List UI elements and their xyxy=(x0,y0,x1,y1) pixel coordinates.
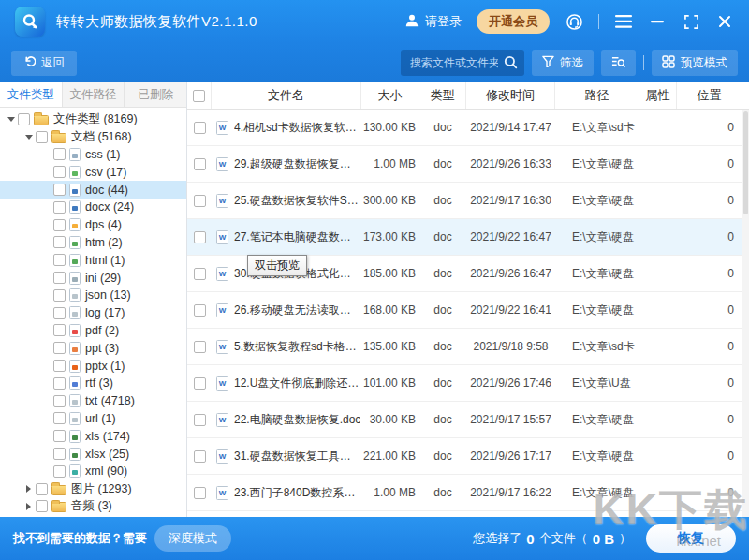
row-checkbox[interactable] xyxy=(194,195,206,207)
tree-checkbox[interactable] xyxy=(36,500,48,512)
tree-item-ini[interactable]: ini (29) xyxy=(0,269,186,287)
table-row[interactable]: W25.硬盘数据恢复软件SuperRe...300.00 KBdoc2021/9… xyxy=(187,183,749,219)
tree-item-pdf[interactable]: pdf (2) xyxy=(0,322,186,340)
sidebar-tab[interactable]: 文件类型 xyxy=(0,82,63,107)
menu-button[interactable] xyxy=(614,12,633,31)
tree-item-txt[interactable]: txt (4718) xyxy=(0,392,186,410)
back-button[interactable]: 返回 xyxy=(11,51,77,76)
table-row[interactable]: W26.移动硬盘无法读取怎么修复...168.00 KBdoc2021/9/22… xyxy=(187,292,749,329)
tree-item-url[interactable]: url (1) xyxy=(0,410,186,428)
tree-checkbox[interactable] xyxy=(53,430,66,442)
expand-arrow-icon[interactable] xyxy=(22,135,35,140)
table-row[interactable]: W31.硬盘数据恢复工具有没有什...221.00 KBdoc2021/9/26… xyxy=(187,438,749,475)
tree-checkbox[interactable] xyxy=(53,360,66,372)
tree-checkbox[interactable] xyxy=(36,131,48,143)
tree-checkbox[interactable] xyxy=(53,412,66,424)
row-checkbox[interactable] xyxy=(194,231,206,243)
preview-mode-button[interactable]: 预览模式 xyxy=(652,50,738,76)
row-checkbox[interactable] xyxy=(194,268,206,280)
select-all-checkbox[interactable] xyxy=(193,90,205,102)
filter-button[interactable]: 筛选 xyxy=(532,50,594,76)
table-row[interactable]: W4.相机sd卡数据恢复软件失易...130.00 KBdoc2021/9/14… xyxy=(187,110,749,146)
tree-checkbox[interactable] xyxy=(53,289,66,302)
row-checkbox[interactable] xyxy=(194,304,206,317)
col-header-modified[interactable]: 修改时间 xyxy=(466,82,555,109)
maximize-button[interactable] xyxy=(682,12,700,31)
table-row[interactable]: W5.数据恢复教程sd卡格式化后...135.00 KBdoc2021/9/18… xyxy=(187,329,749,365)
tree-item-rtf[interactable]: rtf (3) xyxy=(0,375,186,392)
vertical-scrollbar[interactable] xyxy=(742,110,749,517)
tree-item-json[interactable]: json (13) xyxy=(0,287,186,304)
row-checkbox[interactable] xyxy=(194,122,206,134)
expand-arrow-icon[interactable] xyxy=(22,503,35,510)
row-checkbox[interactable] xyxy=(194,377,206,390)
tree-checkbox[interactable] xyxy=(53,342,66,354)
col-header-filename[interactable]: 文件名 xyxy=(212,82,361,109)
tree-item-docx[interactable]: docx (24) xyxy=(0,199,186,216)
tree-checkbox[interactable] xyxy=(53,201,66,214)
tree-item-文档[interactable]: 文档 (5168) xyxy=(0,128,186,146)
tree-item-csv[interactable]: csv (17) xyxy=(0,163,186,181)
col-header-attr[interactable]: 属性 xyxy=(639,82,677,109)
tree-item-doc[interactable]: doc (44) xyxy=(0,181,186,199)
open-vip-button[interactable]: 开通会员 xyxy=(477,9,550,34)
minimize-button[interactable] xyxy=(648,12,667,31)
tree-checkbox[interactable] xyxy=(18,113,30,125)
tree-checkbox[interactable] xyxy=(53,184,66,196)
tree-item-pptx[interactable]: pptx (1) xyxy=(0,357,186,375)
tree-item-ppt[interactable]: ppt (3) xyxy=(0,339,186,357)
tree-checkbox[interactable] xyxy=(53,236,66,248)
tree-checkbox[interactable] xyxy=(53,395,66,407)
customer-service-button[interactable] xyxy=(565,12,583,31)
advanced-search-button[interactable] xyxy=(601,50,636,76)
tree-item-xls[interactable]: xls (174) xyxy=(0,427,186,445)
tree-checkbox[interactable] xyxy=(53,219,66,231)
tree-item-文件类型[interactable]: 文件类型 (8169) xyxy=(0,111,186,128)
expand-arrow-icon[interactable] xyxy=(5,117,17,122)
tree-checkbox[interactable] xyxy=(53,148,66,160)
tree-item-htm[interactable]: htm (2) xyxy=(0,234,186,252)
tree-checkbox[interactable] xyxy=(53,324,66,336)
table-row[interactable]: W29.超级硬盘数据恢复软件完美...1.00 MBdoc2021/9/26 1… xyxy=(187,146,749,183)
tree-checkbox[interactable] xyxy=(36,483,48,495)
tree-checkbox[interactable] xyxy=(53,377,66,390)
expand-arrow-icon[interactable] xyxy=(22,485,35,493)
tree-checkbox[interactable] xyxy=(53,307,66,319)
tree-item-音频[interactable]: 音频 (3) xyxy=(0,498,186,516)
col-header-position[interactable]: 位置 xyxy=(677,82,742,109)
tree-item-xlsx[interactable]: xlsx (25) xyxy=(0,445,186,463)
tree-item-图片[interactable]: 图片 (1293) xyxy=(0,480,186,498)
tree-item-dps[interactable]: dps (4) xyxy=(0,216,186,234)
table-row[interactable]: W27.笔记本电脑硬盘数据恢复有...173.00 KBdoc2021/9/22… xyxy=(187,219,749,256)
file-type-icon xyxy=(69,184,81,197)
table-row[interactable]: W12.U盘文件彻底删除还能恢复...101.00 KBdoc2021/9/26… xyxy=(187,365,749,402)
tree-item-css[interactable]: css (1) xyxy=(0,146,186,164)
row-checkbox[interactable] xyxy=(194,414,206,426)
tree-checkbox[interactable] xyxy=(53,272,66,284)
tree-checkbox[interactable] xyxy=(53,448,66,460)
table-row[interactable]: W22.电脑硬盘数据恢复.doc30.00 KBdoc2021/9/17 15:… xyxy=(187,402,749,438)
tree-checkbox[interactable] xyxy=(53,465,66,478)
tree-item-xml[interactable]: xml (90) xyxy=(0,463,186,480)
tree-checkbox[interactable] xyxy=(53,254,66,266)
tree-item-html[interactable]: html (1) xyxy=(0,251,186,269)
col-header-path[interactable]: 路径 xyxy=(555,82,639,109)
tree-item-log[interactable]: log (17) xyxy=(0,304,186,322)
file-type: doc xyxy=(419,449,466,463)
tree-checkbox[interactable] xyxy=(53,166,66,178)
scrollbar-thumb[interactable] xyxy=(743,111,748,214)
col-header-type[interactable]: 类型 xyxy=(419,82,466,109)
sidebar-tab[interactable]: 已删除 xyxy=(125,82,186,107)
deep-mode-button[interactable]: 深度模式 xyxy=(154,525,231,552)
row-checkbox[interactable] xyxy=(194,450,206,463)
row-checkbox[interactable] xyxy=(194,158,206,170)
login-button[interactable]: 请登录 xyxy=(404,13,462,31)
close-button[interactable] xyxy=(715,12,734,31)
recover-button[interactable]: 恢复 xyxy=(646,524,736,553)
file-size: 173.00 KB xyxy=(361,230,419,243)
col-header-size[interactable]: 大小 xyxy=(361,82,419,109)
table-row[interactable]: W23.西门子840D数控系统硬盘...1.00 MBdoc2021/9/17 … xyxy=(187,475,749,511)
sidebar-tab[interactable]: 文件路径 xyxy=(63,82,125,107)
row-checkbox[interactable] xyxy=(194,341,206,353)
row-checkbox[interactable] xyxy=(194,487,206,499)
